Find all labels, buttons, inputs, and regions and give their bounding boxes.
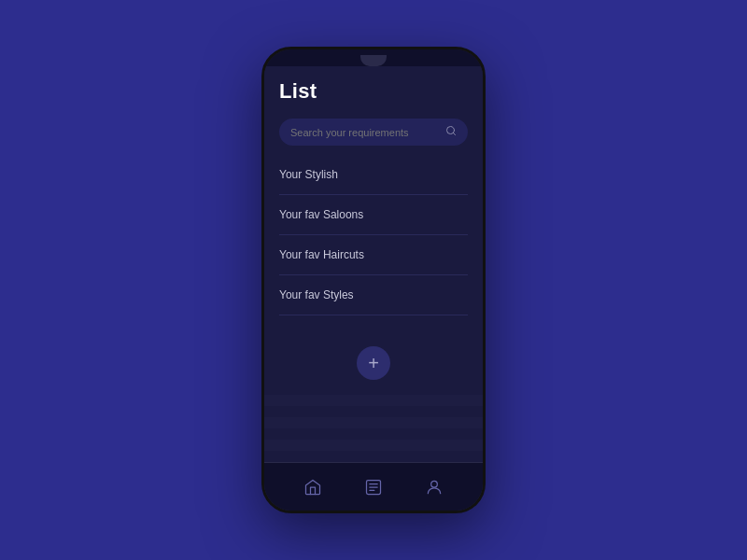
notch-area <box>264 49 483 66</box>
add-button[interactable]: + <box>357 346 390 380</box>
phone-screen: List Your Stylish Your fav Saloons Your … <box>264 66 483 511</box>
page-title: List <box>279 79 468 104</box>
svg-point-6 <box>430 481 437 487</box>
search-icon <box>445 125 457 139</box>
bottom-navigation <box>264 462 483 511</box>
nav-home-icon[interactable] <box>303 478 322 497</box>
list-container: Your Stylish Your fav Saloons Your fav H… <box>264 155 483 331</box>
search-input[interactable] <box>290 127 440 138</box>
svg-line-1 <box>453 133 455 134</box>
app-header: List <box>264 66 483 111</box>
nav-list-icon[interactable] <box>364 478 383 497</box>
nav-profile-icon[interactable] <box>425 478 444 497</box>
search-bar[interactable] <box>279 119 468 146</box>
notch <box>360 55 387 66</box>
add-button-area: + <box>264 331 483 387</box>
list-item[interactable]: Your fav Styles <box>279 275 468 315</box>
list-item[interactable]: Your fav Saloons <box>279 195 468 235</box>
striped-content-area <box>264 387 483 462</box>
list-item[interactable]: Your fav Haircuts <box>279 235 468 275</box>
list-item[interactable]: Your Stylish <box>279 155 468 195</box>
phone-frame: List Your Stylish Your fav Saloons Your … <box>261 47 486 513</box>
